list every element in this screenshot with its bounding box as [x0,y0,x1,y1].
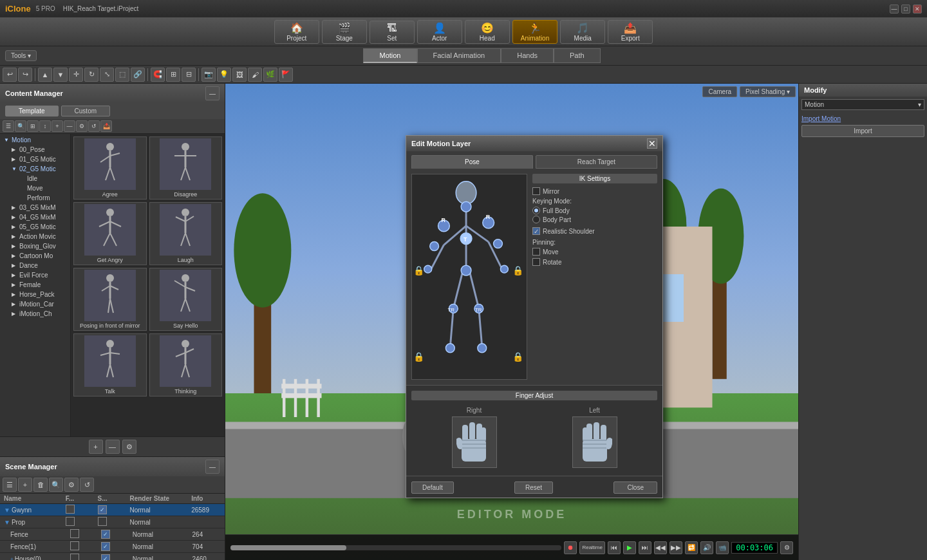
viewport[interactable]: Camera Pixel Shading ▾ EDITOR MODE Edit … [225,84,798,560]
row-fence1-s[interactable]: ✓ [101,542,110,551]
grid-item-posing[interactable]: Posing in front of mirror [73,268,147,331]
grid-button[interactable]: ⊞ [166,68,180,82]
prev-keyframe-button[interactable]: ⏮ [608,541,621,554]
move-button[interactable]: ✛ [69,68,83,82]
cm-refresh-button[interactable]: ↺ [88,120,100,132]
grid-item-thinking[interactable]: Thinking [149,333,223,397]
grid-item-disagree[interactable]: Disagree [149,136,223,200]
loop-button[interactable]: 🔁 [685,541,698,554]
flag-button[interactable]: 🚩 [279,68,293,82]
maximize-button[interactable]: □ [901,5,910,14]
tree-item-idle[interactable]: Idle [1,174,69,183]
paint-button[interactable]: 🖌 [248,68,262,82]
toolbar-media[interactable]: 🎵 Media [560,20,605,44]
tree-item-imotion1[interactable]: ▶iMotion_Car [1,299,69,309]
cm-add-button[interactable]: + [52,120,63,132]
tree-item-horse[interactable]: ▶Horse_Pack [1,290,69,299]
step-forward-button[interactable]: ▶▶ [670,541,682,554]
grid-item-getangry[interactable]: Get Angry [73,202,147,265]
row-gwynn-s[interactable]: ✓ [98,505,107,514]
row-prop-s[interactable] [98,517,107,526]
cm-remove-item-button[interactable]: — [106,440,120,454]
content-manager-minimize[interactable]: — [205,86,220,100]
tree-item-imotion2[interactable]: ▶iMotion_Ch [1,309,69,319]
tab-facial[interactable]: Facial Animation [417,48,501,63]
tree-item-perform[interactable]: Perform [1,193,69,203]
tab-hands[interactable]: Hands [501,48,554,63]
next-keyframe-button[interactable]: ⏭ [639,541,651,554]
row-fence1-f[interactable] [70,541,79,550]
camera-record-button[interactable]: 📹 [716,541,729,554]
row-house0-s[interactable]: ✓ [101,554,110,560]
row-gwynn-f[interactable] [66,505,75,514]
tab-path[interactable]: Path [554,48,601,63]
move-up-button[interactable]: ▲ [38,68,52,82]
grid-item-talk[interactable]: Talk [73,333,147,397]
cm-options-button[interactable]: ⚙ [122,440,136,454]
audio-button[interactable]: 🔊 [700,541,713,554]
tree-item-g5m5[interactable]: ▶05_G5 Motic [1,222,69,232]
timeline-bar[interactable] [230,545,561,550]
right-hand-icon[interactable] [452,416,497,468]
eml-tab-pose[interactable]: Pose [411,155,533,169]
tree-item-cartoon[interactable]: ▶Cartoon Mo [1,251,69,261]
sm-add-button[interactable]: + [18,478,32,492]
cm-delete-button[interactable]: — [64,120,75,132]
eml-default-button[interactable]: Default [411,481,454,494]
scene-manager-minimize[interactable]: — [205,460,220,474]
eml-close-footer-button[interactable]: Close [613,481,657,494]
tree-item-dance[interactable]: ▶Dance [1,261,69,270]
camera-selector[interactable]: Camera [702,86,737,97]
scene-row-prop[interactable]: ▼ Prop Normal [0,516,225,528]
cm-settings-button[interactable]: ⚙ [76,120,88,132]
left-hand-icon[interactable] [572,416,617,468]
rotate-button[interactable]: ↻ [84,68,98,82]
sm-search-button[interactable]: 🔍 [49,478,63,492]
toolbar-actor[interactable]: 👤 Actor [417,20,462,44]
snap-button[interactable]: 🧲 [151,68,165,82]
import-button[interactable]: Import [801,125,924,137]
toolbar-head[interactable]: 😊 Head [465,20,510,44]
motion-dropdown[interactable]: Motion ▾ [801,99,924,110]
link-button[interactable]: 🔗 [131,68,145,82]
toolbar-animation[interactable]: 🏃 Animation [512,20,557,44]
tree-item-move[interactable]: Move [1,183,69,193]
realtime-button[interactable]: Realtime [579,541,605,554]
toolbar-stage[interactable]: 🎬 Stage [322,20,367,44]
toolbar-set[interactable]: 🏗 Set [370,21,415,44]
scene-row-gwynn[interactable]: ▼ Gwynn ✓ Normal 26589 [0,504,225,516]
scene-row-fence1[interactable]: Fence(1) ✓ Normal 704 [0,541,225,553]
camera-button[interactable]: 📷 [201,68,216,82]
row-prop-f[interactable] [66,517,75,526]
grid-item-laugh[interactable]: Laugh [149,202,223,265]
sm-settings-button[interactable]: ⚙ [64,478,79,492]
cm-search-button[interactable]: 🔍 [15,120,26,132]
tree-item-female[interactable]: ▶Female [1,280,69,290]
import-motion-link[interactable]: Import Motion [801,115,924,122]
play-button[interactable]: ▶ [623,541,636,554]
settings-button[interactable]: ⚙ [780,541,793,554]
grid-item-agree[interactable]: Agree [73,136,147,200]
sm-refresh-button[interactable]: ↺ [80,478,94,492]
light-button[interactable]: 💡 [217,68,231,82]
scene-row-fence[interactable]: Fence ✓ Normal 264 [0,528,225,541]
move-down-button[interactable]: ▼ [53,68,68,82]
tree-item-pose[interactable]: ▶00_Pose [1,145,69,154]
row-fence-s[interactable]: ✓ [101,530,110,539]
full-body-radio[interactable] [532,207,540,214]
tree-item-g5m4[interactable]: ▶04_G5 MixM [1,212,69,222]
tab-motion[interactable]: Motion [363,48,417,63]
grid-item-sayhello[interactable]: Say Hello [149,268,223,331]
scale-button[interactable]: ⤡ [100,68,114,82]
eml-reset-button[interactable]: Reset [514,481,553,494]
cm-import-button[interactable]: 📥 [100,120,112,132]
scene-row-house0[interactable]: + House(0) ✓ Normal 2460 [0,553,225,560]
cm-tab-custom[interactable]: Custom [61,106,110,117]
tree-item-evilforce[interactable]: ▶Evil Force [1,270,69,280]
cm-sort-button[interactable]: ↕ [39,120,51,132]
tools-button[interactable]: Tools ▾ [5,50,37,61]
step-back-button[interactable]: ◀◀ [654,541,667,554]
env-button[interactable]: 🌿 [263,68,277,82]
body-part-radio[interactable] [532,216,540,223]
sm-delete-button[interactable]: 🗑 [33,478,48,492]
